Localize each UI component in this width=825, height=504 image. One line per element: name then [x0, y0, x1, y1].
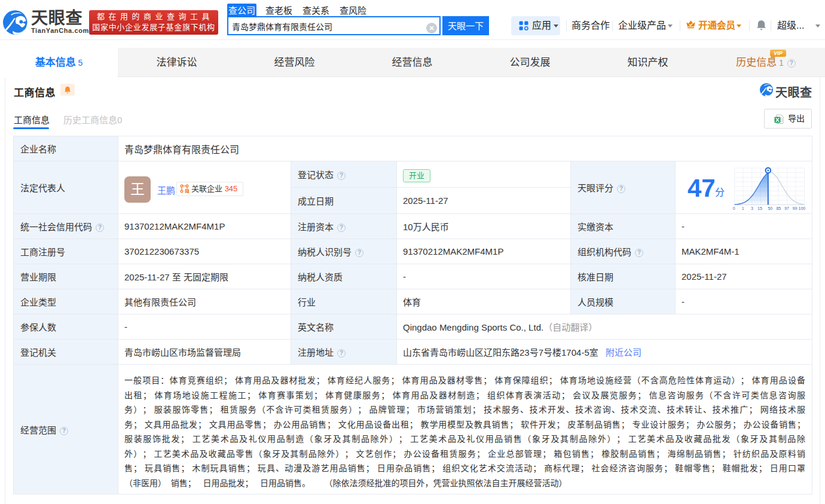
svg-text:1: 1 [742, 206, 744, 210]
svg-text:97: 97 [784, 206, 789, 210]
svg-text:15: 15 [757, 206, 762, 210]
svg-text:100: 100 [799, 206, 806, 210]
svg-text:50: 50 [768, 206, 772, 210]
svg-text:99: 99 [793, 206, 798, 210]
svg-text:企: 企 [185, 189, 189, 193]
svg-text:3: 3 [751, 206, 753, 210]
svg-text:85: 85 [776, 206, 781, 210]
svg-text:0: 0 [733, 206, 735, 210]
